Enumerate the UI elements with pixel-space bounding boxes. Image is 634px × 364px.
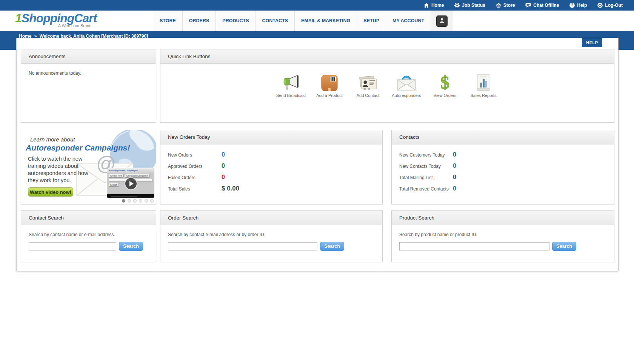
topbar-job-status[interactable]: Job Status (454, 3, 485, 8)
account-button[interactable] (436, 15, 448, 27)
power-icon (597, 3, 603, 8)
topbar-store[interactable]: Store (496, 3, 515, 8)
stat-total-mailing-list: Total Mailing List 0 (399, 172, 614, 183)
promo-heading-main: Autoresponder Campaigns! (26, 143, 156, 152)
nav-orders[interactable]: ORDERS (183, 11, 216, 31)
quicklink-sales-reports[interactable]: Sales Reports (466, 72, 501, 98)
basket-icon (496, 3, 501, 8)
promo-panel[interactable]: @ Learn more about Autoresponder Campaig… (21, 130, 156, 204)
dollar-icon: $ (428, 72, 462, 92)
new-orders-panel: New Orders Today New Orders 0 Approved O… (160, 130, 383, 204)
contact-search-button[interactable]: Search (119, 242, 143, 251)
promo-description: Click to watch the new training videos a… (28, 155, 100, 184)
product-search-title: Product Search (392, 211, 614, 225)
envelope-globe-icon (389, 72, 424, 92)
stat-new-orders: New Orders 0 (168, 149, 382, 160)
account-cell (431, 11, 453, 31)
quicklink-autoresponders[interactable]: Autoresponders (389, 72, 424, 98)
new-orders-stats: New Orders 0 Approved Orders 0 Failed Or… (160, 144, 382, 194)
logo-wordmark: 1ShoppingCart (15, 12, 97, 24)
quicklink-add-product[interactable]: Add a Product (312, 72, 347, 98)
stat-total-sales: Total Sales $ 0.00 (168, 183, 382, 194)
contact-search-title: Contact Search (21, 211, 156, 225)
stat-failed-orders: Failed Orders 0 (168, 172, 382, 183)
topbar-chat[interactable]: Chat Offline (525, 3, 559, 8)
topbar-logout[interactable]: Log-Out (597, 3, 623, 8)
nav-setup[interactable]: SETUP (357, 11, 386, 31)
watch-video-button[interactable]: Watch video now! (28, 187, 73, 197)
product-search-panel: Product Search Search by product name or… (391, 210, 614, 262)
order-search-title: Order Search (160, 211, 382, 225)
carousel-dot-4[interactable] (139, 199, 142, 203)
help-tab[interactable]: HELP (582, 38, 602, 47)
nav-contacts[interactable]: CONTACTS (255, 11, 295, 31)
play-button[interactable] (125, 177, 137, 190)
top-utility-bar: Home Job Status Store Chat Offline ? Hel… (0, 0, 634, 11)
quick-links-row: Send Broadcast Add a Product (160, 64, 614, 98)
announcements-title: Announcements (21, 49, 156, 64)
order-search-description: Search by contact e-mail address or by o… (168, 232, 382, 237)
contact-card-icon (351, 72, 385, 92)
quicklink-add-contact[interactable]: Add Contact (351, 72, 385, 98)
main-container: HELP Announcements No announcements toda… (16, 38, 619, 271)
contact-search-input[interactable] (29, 242, 116, 250)
carousel-dot-3[interactable] (133, 199, 137, 203)
stat-total-removed-contacts: Total Removed Contacts 0 (399, 183, 614, 194)
home-icon (424, 3, 429, 8)
main-nav: STORE ORDERS PRODUCTS CONTACTS EMAIL & M… (153, 11, 453, 31)
nav-email-marketing[interactable]: EMAIL & MARKETING (295, 11, 357, 31)
contacts-title: Contacts (392, 130, 614, 144)
product-search-input[interactable] (399, 242, 549, 250)
player-control-bar (107, 194, 154, 198)
video-player-thumbnail[interactable]: Autoresponder Campaigns Create New Campa… (107, 168, 154, 198)
person-icon (439, 17, 445, 25)
svg-text:?: ? (571, 3, 573, 7)
topbar-home[interactable]: Home (424, 3, 444, 8)
order-search-input[interactable] (168, 242, 317, 250)
promo-heading-small: Learn more about (30, 136, 156, 143)
carousel-dot-6[interactable] (150, 199, 154, 203)
megaphone-icon (274, 72, 308, 92)
quick-links-panel: Quick Link Buttons Send Broadcast (160, 49, 614, 123)
contacts-stats: New Customers Today 0 New Contacts Today… (392, 144, 614, 194)
nav-my-account[interactable]: MY ACCOUNT (386, 11, 431, 31)
product-search-description: Search by product name or product ID. (399, 232, 614, 237)
nav-store[interactable]: STORE (153, 11, 183, 31)
gear-icon (454, 3, 460, 8)
contact-search-panel: Contact Search Search by contact name or… (21, 210, 156, 262)
nav-products[interactable]: PRODUCTS (216, 11, 255, 31)
logo[interactable]: 1ShoppingCart A Web.com Brand (15, 12, 97, 28)
product-search-button[interactable]: Search (552, 242, 576, 251)
quick-links-title: Quick Link Buttons (160, 49, 614, 64)
stat-new-contacts: New Contacts Today 0 (399, 160, 614, 172)
carousel-dot-5[interactable] (145, 199, 148, 203)
carousel-dots (122, 199, 154, 203)
report-chart-icon (466, 72, 501, 92)
carousel-dot-1[interactable] (122, 199, 125, 203)
help-icon: ? (569, 3, 575, 8)
player-title: Autoresponder Campaigns (107, 168, 154, 173)
play-icon (129, 181, 134, 186)
announcements-panel: Announcements No announcements today. (21, 49, 156, 123)
stat-approved-orders: Approved Orders 0 (168, 160, 382, 172)
quicklink-send-broadcast[interactable]: Send Broadcast (274, 72, 308, 98)
carousel-dot-2[interactable] (128, 199, 131, 203)
app-header: 1ShoppingCart A Web.com Brand STORE ORDE… (0, 11, 634, 31)
topbar-help[interactable]: ? Help (569, 3, 587, 8)
order-search-button[interactable]: Search (320, 242, 344, 251)
chat-bubble-icon (525, 3, 531, 8)
order-search-panel: Order Search Search by contact e-mail ad… (160, 210, 383, 262)
svg-text:$: $ (440, 73, 449, 92)
quicklink-view-orders[interactable]: $ View Orders (428, 72, 462, 98)
announcements-body: No announcements today. (21, 64, 156, 83)
new-orders-title: New Orders Today (160, 130, 382, 144)
product-box-icon (312, 72, 347, 92)
stat-new-customers: New Customers Today 0 (399, 149, 614, 160)
contact-search-description: Search by contact name or e-mail address… (29, 232, 156, 237)
contacts-panel: Contacts New Customers Today 0 New Conta… (391, 130, 614, 204)
